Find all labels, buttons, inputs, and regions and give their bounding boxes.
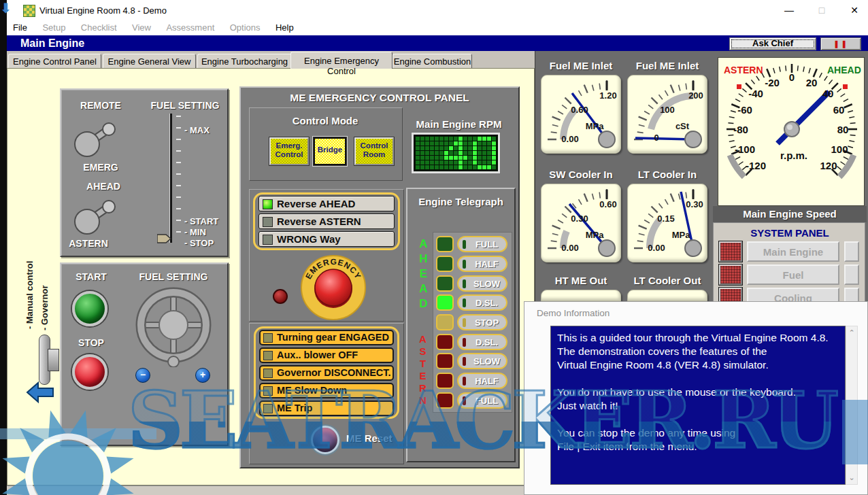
aux-blower-label: Aux.. blower OFF <box>277 349 358 360</box>
estop-status-led <box>273 289 288 304</box>
tab-strip: Engine Control Panel Engine General View… <box>7 51 535 68</box>
menu-checklist[interactable]: Checklist <box>75 20 123 35</box>
telegraph-button-ahead-full[interactable]: FULL <box>457 236 507 252</box>
ahead-label: AHEAD <box>76 181 131 192</box>
speed-gauge-title-bar: Main Engine Speed <box>713 206 867 222</box>
start-button[interactable] <box>72 291 107 326</box>
local-control-panel: START STOP FUEL SETTING − + <box>60 262 229 446</box>
demo-line: You do not have to use the mouse or the … <box>557 386 845 399</box>
emergency-stop-button[interactable]: EMERGENCY STOP <box>299 254 367 322</box>
me-trip-indicator: ME Trip <box>259 400 394 416</box>
gauge-max: 0.60 <box>593 199 621 209</box>
window-title: Virtual Engine Room 4.8 - Demo <box>39 5 167 16</box>
menu-view[interactable]: View <box>126 20 157 35</box>
control-mode-box: Control Mode Emerg. Control Bridge Contr… <box>249 107 403 181</box>
telegraph-lamp-astern-full <box>436 392 454 409</box>
telegraph-button-ahead-slow[interactable]: SLOW <box>457 275 507 292</box>
telegraph-label: D.SL. <box>467 337 506 347</box>
governor-disconnect-indicator: Governor DISCONNECT. <box>259 365 394 381</box>
telegraph-label: SLOW <box>467 356 506 366</box>
fuel-setting-wheel[interactable] <box>131 283 216 367</box>
slider-start-label: - START <box>184 216 218 226</box>
stop-button[interactable] <box>72 354 107 390</box>
emergency-panel-title: ME EMERGENCY CONTROL PANEL <box>241 92 518 104</box>
tab-engine-emergency-control[interactable]: Engine Emergency Control <box>290 52 393 69</box>
menu-setup[interactable]: Setup <box>36 20 71 35</box>
rpm-led-display <box>412 133 500 173</box>
reverse-ahead-led <box>263 199 273 209</box>
menu-file[interactable]: File <box>7 20 33 35</box>
reverse-indicator-box: Reverse AHEAD Reverse ASTERN WRONG Way <box>249 189 404 322</box>
ahead-astern-switch[interactable] <box>67 194 129 243</box>
main-engine-speed-gauge: ASTERN AHEAD 0 20 40 60 80 100 120 -20 -… <box>718 57 865 206</box>
telegraph-button-astern-full[interactable]: FULL <box>457 392 507 409</box>
menu-assessment[interactable]: Assessment <box>160 20 220 35</box>
gauge-min: 0.00 <box>641 243 671 253</box>
telegraph-lamp-ahead-dead-slow <box>436 294 454 311</box>
fuel-increase-button[interactable]: + <box>195 368 210 383</box>
telegraph-led <box>463 357 466 366</box>
telegraph-button-astern-slow[interactable]: SLOW <box>457 353 507 369</box>
fuel-decrease-button[interactable]: − <box>135 368 150 383</box>
demo-line: Virtual Engine Room 4.8 (VER 4.8) simula… <box>557 358 845 372</box>
gauge-unit: MPa <box>580 121 610 131</box>
fuel-slider-ticks <box>176 116 181 242</box>
speed-tick-120: 120 <box>815 160 842 171</box>
astern-label: ASTERN <box>61 238 116 249</box>
pause-button[interactable]: ❚❚ <box>820 37 861 50</box>
governor-lever-handle[interactable] <box>48 349 59 371</box>
remote-emerg-switch[interactable] <box>67 117 129 166</box>
speed-unit-label: r.p.m. <box>773 150 814 161</box>
speed-tick-m20: -20 <box>758 77 786 88</box>
telegraph-lamp-astern-dead-slow <box>436 334 454 350</box>
scroll-down-icon[interactable]: ⌄ <box>846 473 857 482</box>
telegraph-led <box>463 279 466 288</box>
gauge-lt-cooler-out <box>627 290 707 301</box>
gauge-sw-cooler-in: 0.00 0.30 0.60 MPa <box>541 184 621 262</box>
speed-tick-m80: -80 <box>727 124 755 135</box>
system-fuel-button[interactable]: Fuel <box>747 264 839 285</box>
emerg-control-mode-button[interactable]: Emerg. Control <box>269 137 309 165</box>
system-main-engine-square[interactable] <box>844 241 859 262</box>
telegraph-button-astern-dead-slow[interactable]: D.SL. <box>457 334 507 350</box>
minimize-button[interactable]: — <box>779 4 799 16</box>
bridge-mode-button[interactable]: Bridge <box>314 137 346 165</box>
system-main-engine-button[interactable]: Main Engine <box>747 241 839 262</box>
demo-window-title: Demo Information <box>537 308 610 318</box>
maximize-button[interactable]: □ <box>812 4 832 16</box>
speed-tick-60: 60 <box>829 104 849 116</box>
telegraph-led <box>463 396 466 405</box>
system-fuel-alarm-button[interactable] <box>719 264 742 285</box>
reverse-astern-indicator: Reverse ASTERN <box>258 214 395 229</box>
demo-scrollbar[interactable]: ⌃ ⌄ <box>846 326 858 485</box>
me-trip-label: ME Trip <box>277 403 312 413</box>
close-button[interactable]: ✕ <box>844 4 865 16</box>
tab-engine-general-view[interactable]: Engine General View <box>103 54 196 68</box>
tab-engine-turbocharging[interactable]: Engine Turbocharging <box>197 54 292 68</box>
telegraph-led <box>463 318 466 327</box>
menu-options[interactable]: Options <box>224 20 267 35</box>
gauge-ht-me-out <box>541 290 621 301</box>
control-mode-title: Control Mode <box>250 115 401 126</box>
scroll-up-icon[interactable]: ⌃ <box>846 328 857 337</box>
gauge-title-fuel-viscosity: Fuel ME Inlet <box>627 60 707 71</box>
menu-help[interactable]: Help <box>269 20 300 35</box>
control-room-mode-button[interactable]: Control Room <box>354 137 394 165</box>
telegraph-button-astern-half[interactable]: HALF <box>457 373 507 389</box>
background-window-arrow-icon: ⬇ <box>0 0 10 20</box>
wrong-way-label: WRONG Way <box>277 233 341 245</box>
tab-engine-combustion[interactable]: Engine Combustion <box>393 54 472 68</box>
fuel-slider-handle[interactable] <box>157 234 172 243</box>
virtual-engine-room-app: ⬇ Virtual Engine Room 4.8 - Demo — □ ✕ F… <box>0 0 868 495</box>
me-reset-button[interactable] <box>311 426 339 454</box>
rpm-led-grid <box>416 137 496 169</box>
telegraph-button-stop[interactable]: STOP <box>457 314 507 330</box>
telegraph-button-ahead-dead-slow[interactable]: D.SL. <box>457 294 507 311</box>
telegraph-lamp-stop <box>436 314 454 330</box>
ask-chief-button[interactable]: Ask Chief <box>729 37 816 50</box>
system-main-engine-alarm-button[interactable] <box>719 241 742 262</box>
speed-tick-80: 80 <box>833 124 853 135</box>
telegraph-button-ahead-half[interactable]: HALF <box>457 256 507 272</box>
tab-engine-control-panel[interactable]: Engine Control Panel <box>8 54 101 68</box>
system-fuel-square[interactable] <box>844 264 859 285</box>
